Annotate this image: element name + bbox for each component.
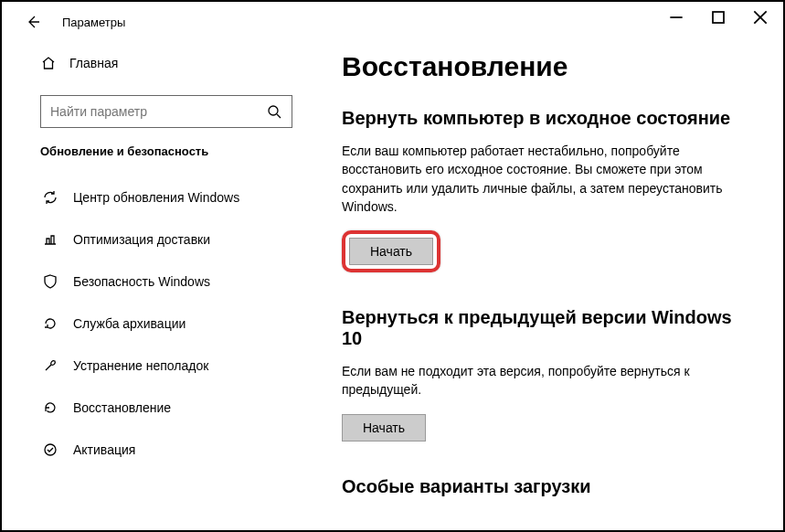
sidebar-item-backup[interactable]: Служба архивации	[40, 303, 292, 345]
goback-text: Если вам не подходит эта версия, попробу…	[342, 362, 735, 399]
shield-icon	[42, 274, 58, 289]
sidebar-item-label: Восстановление	[73, 400, 171, 415]
recovery-icon	[42, 400, 58, 415]
sidebar-item-label: Служба архивации	[73, 316, 186, 331]
advanced-heading: Особые варианты загрузки	[342, 476, 756, 497]
window-title: Параметры	[62, 16, 125, 29]
reset-section: Вернуть компьютер в исходное состояние Е…	[342, 108, 756, 272]
sidebar-item-label: Безопасность Windows	[73, 274, 210, 289]
search-icon	[266, 104, 282, 119]
highlight-annotation: Начать	[342, 230, 440, 272]
close-button[interactable]	[739, 4, 781, 31]
arrow-left-icon	[26, 15, 40, 29]
home-icon	[40, 56, 57, 70]
sidebar-home-label: Главная	[69, 56, 118, 70]
sidebar-item-label: Активация	[73, 442, 135, 457]
sidebar-item-label: Оптимизация доставки	[73, 232, 210, 247]
reset-text: Если ваш компьютер работает нестабильно,…	[342, 142, 735, 216]
sync-icon	[42, 190, 58, 205]
wrench-icon	[42, 358, 58, 373]
sidebar-item-recovery[interactable]: Восстановление	[40, 387, 292, 429]
goback-start-button[interactable]: Начать	[342, 414, 426, 442]
sidebar-section-title: Обновление и безопасность	[40, 144, 292, 158]
sidebar-item-windows-security[interactable]: Безопасность Windows	[40, 261, 292, 303]
sidebar-item-activation[interactable]: Активация	[40, 429, 292, 471]
backup-icon	[42, 316, 58, 331]
svg-point-1	[269, 106, 278, 115]
reset-start-button[interactable]: Начать	[349, 238, 433, 265]
back-button[interactable]	[18, 7, 48, 37]
sidebar-item-windows-update[interactable]: Центр обновления Windows	[40, 176, 292, 218]
sidebar-item-troubleshoot[interactable]: Устранение неполадок	[40, 345, 292, 387]
search-input[interactable]	[50, 104, 266, 119]
sidebar-item-label: Устранение неполадок	[73, 358, 208, 373]
sidebar-home[interactable]: Главная	[40, 44, 292, 82]
minimize-button[interactable]	[655, 4, 697, 31]
svg-point-2	[45, 444, 56, 455]
goback-section: Вернуться к предыдущей версии Windows 10…	[342, 307, 756, 442]
delivery-icon	[42, 232, 58, 247]
page-title: Восстановление	[342, 51, 756, 82]
main: Восстановление Вернуть компьютер в исход…	[303, 42, 783, 530]
titlebar: Параметры	[2, 2, 783, 42]
sidebar: Главная Обновление и безопасность Центр …	[2, 42, 303, 530]
sidebar-item-label: Центр обновления Windows	[73, 190, 239, 205]
content: Главная Обновление и безопасность Центр …	[2, 42, 783, 530]
reset-heading: Вернуть компьютер в исходное состояние	[342, 108, 756, 129]
advanced-section: Особые варианты загрузки	[342, 476, 756, 497]
close-icon	[753, 10, 768, 25]
window-controls	[655, 4, 781, 31]
minimize-icon	[669, 10, 684, 25]
goback-heading: Вернуться к предыдущей версии Windows 10	[342, 307, 756, 349]
svg-rect-0	[713, 12, 724, 23]
maximize-icon	[711, 10, 726, 25]
activation-icon	[42, 442, 58, 457]
sidebar-item-delivery-optimization[interactable]: Оптимизация доставки	[40, 218, 292, 261]
maximize-button[interactable]	[697, 4, 739, 31]
search-box[interactable]	[40, 95, 292, 128]
